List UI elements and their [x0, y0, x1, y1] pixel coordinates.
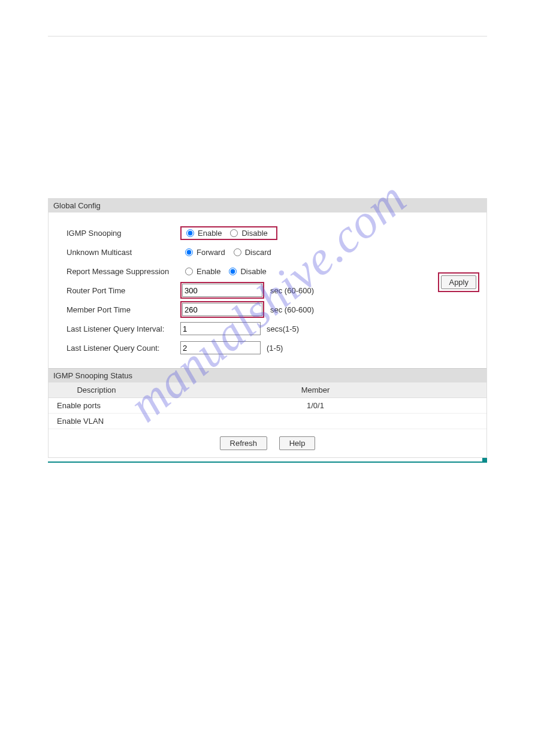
- global-config-panel: Global Config IGMP Snooping Enable Disab…: [48, 198, 487, 458]
- forward-label: Forward: [197, 248, 225, 257]
- member-port-time-input[interactable]: [182, 303, 262, 316]
- suppression-disable-label: Disable: [240, 267, 266, 276]
- cell-description: Enable VLAN: [49, 414, 144, 429]
- cell-member: [144, 414, 486, 429]
- status-title: IGMP Snooping Status: [49, 368, 486, 382]
- last-query-count-input[interactable]: [180, 341, 261, 354]
- cell-description: Enable ports: [49, 398, 144, 414]
- bottom-teal-divider: [48, 462, 487, 463]
- global-config-form: IGMP Snooping Enable Disable: [49, 212, 486, 368]
- apply-highlight: Apply: [438, 272, 479, 292]
- top-divider: [48, 36, 487, 37]
- label-unknown-multicast: Unknown Multicast: [67, 248, 180, 257]
- help-button[interactable]: Help: [279, 436, 316, 450]
- suppression-disable-option[interactable]: Disable: [226, 267, 266, 276]
- suppression-enable-option[interactable]: Enable: [183, 267, 220, 276]
- row-report-suppression: Report Message Suppression Enable Disabl…: [67, 262, 480, 281]
- forward-radio[interactable]: [185, 248, 193, 256]
- igmp-disable-option[interactable]: Disable: [228, 229, 267, 238]
- report-suppression-radio-group: Enable Disable: [180, 266, 275, 277]
- last-query-interval-input[interactable]: [180, 322, 261, 335]
- global-config-title: Global Config: [49, 199, 486, 212]
- suppression-enable-radio[interactable]: [185, 268, 193, 275]
- unknown-multicast-radio-group: Forward Discard: [180, 247, 280, 258]
- table-row: Enable VLAN: [49, 414, 486, 429]
- row-member-port-time: Member Port Time sec (60-600): [67, 300, 480, 319]
- discard-radio[interactable]: [234, 248, 241, 256]
- cell-member: 1/0/1: [144, 398, 486, 414]
- table-row: Enable ports 1/0/1: [49, 398, 486, 414]
- suppression-enable-label: Enable: [197, 267, 220, 276]
- igmp-enable-radio[interactable]: [186, 229, 194, 237]
- col-member: Member: [144, 382, 486, 398]
- igmp-enable-label: Enable: [198, 229, 222, 238]
- status-table: Description Member Enable ports 1/0/1 En…: [49, 382, 486, 429]
- bottom-button-bar: Refresh Help: [49, 429, 486, 457]
- igmp-enable-option[interactable]: Enable: [184, 229, 222, 238]
- router-port-time-hint: sec (60-600): [270, 286, 314, 295]
- igmp-snooping-radio-group: Enable Disable: [180, 226, 277, 240]
- member-port-time-highlight: [180, 301, 264, 318]
- discard-label: Discard: [245, 248, 271, 257]
- label-igmp-snooping: IGMP Snooping: [67, 229, 180, 238]
- apply-button[interactable]: Apply: [441, 275, 476, 289]
- last-query-count-hint: (1-5): [267, 344, 283, 353]
- label-last-query-count: Last Listener Query Count:: [67, 344, 180, 353]
- forward-option[interactable]: Forward: [183, 248, 225, 257]
- suppression-disable-radio[interactable]: [229, 268, 237, 275]
- row-unknown-multicast: Unknown Multicast Forward Discard: [67, 242, 480, 262]
- router-port-time-input[interactable]: [182, 284, 262, 297]
- refresh-button[interactable]: Refresh: [220, 436, 268, 450]
- row-igmp-snooping: IGMP Snooping Enable Disable: [67, 223, 480, 242]
- row-last-query-interval: Last Listener Query Interval: secs(1-5): [67, 319, 480, 338]
- member-port-time-hint: sec (60-600): [270, 305, 314, 314]
- col-description: Description: [49, 382, 144, 398]
- row-last-query-count: Last Listener Query Count: (1-5): [67, 338, 480, 357]
- last-query-interval-hint: secs(1-5): [267, 324, 299, 333]
- row-router-port-time: Router Port Time sec (60-600): [67, 281, 480, 300]
- discard-option[interactable]: Discard: [231, 248, 271, 257]
- router-port-time-highlight: [180, 282, 264, 299]
- igmp-disable-radio[interactable]: [230, 229, 238, 237]
- label-member-port-time: Member Port Time: [67, 305, 180, 314]
- page-marker-icon: [482, 458, 487, 463]
- label-report-suppression: Report Message Suppression: [67, 267, 180, 276]
- label-router-port-time: Router Port Time: [67, 286, 180, 295]
- label-last-query-interval: Last Listener Query Interval:: [67, 324, 180, 333]
- igmp-disable-label: Disable: [241, 229, 267, 238]
